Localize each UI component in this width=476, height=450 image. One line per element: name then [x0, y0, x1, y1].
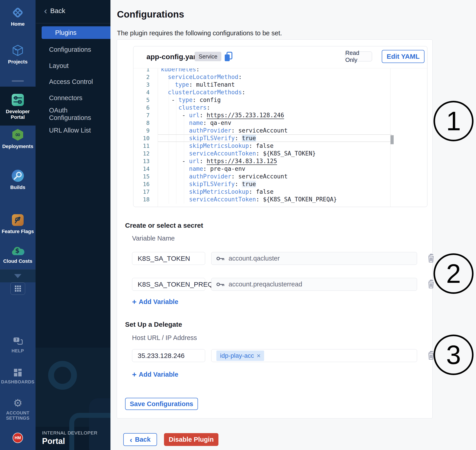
rail-item-cloud-costs[interactable]: $ Cloud Costs — [0, 245, 35, 264]
user-avatar[interactable]: HM — [13, 433, 23, 443]
service-badge: Service — [194, 52, 221, 61]
rail-collapse-strip[interactable] — [0, 269, 35, 282]
rail-item-deployments[interactable]: ∞ Deployments — [0, 128, 35, 149]
host-url-label: Host URL / IP Address — [132, 334, 197, 342]
secret-section-heading: Create or select a secret — [125, 222, 203, 229]
secret-select-field[interactable]: account.qacluster — [211, 252, 417, 265]
delegate-section-heading: Set Up a Delegate — [125, 321, 182, 328]
rail-divider — [12, 80, 24, 82]
annotation-circle-2: 2 — [434, 253, 474, 294]
delegate-tag: idp-play-acc × — [216, 350, 264, 361]
plus-icon: + — [132, 297, 136, 306]
code-line: 4 clusterLocatorMethods: — [133, 89, 427, 96]
remove-tag-icon[interactable]: × — [257, 353, 261, 358]
chevron-left-icon: ‹ — [44, 7, 47, 15]
annotation-circle-3: 3 — [434, 335, 474, 375]
code-line: 5 - type: config — [133, 96, 427, 104]
app-window: ‹ Back Plugins Configurations Layout Acc… — [0, 0, 476, 450]
sidebar-item-access-control[interactable]: Access Control — [35, 75, 111, 88]
yaml-editor-card: 1kubernetes: 2 serviceLocatorMethod: 3 t… — [133, 46, 427, 207]
variable-name-input[interactable]: K8S_SA_TOKEN — [132, 252, 205, 265]
sidebar-item-connectors[interactable]: Connectors — [35, 92, 111, 104]
module-rail: Home Projects Developer Portal ∞ Deploym… — [0, 0, 35, 450]
save-configurations-button[interactable]: Save Configurations — [125, 398, 198, 410]
page-subtitle: The plugin requires the following config… — [117, 30, 282, 37]
apps-grid-icon — [15, 285, 21, 292]
code-line: 8 name: qa-env — [133, 119, 427, 127]
rail-item-dashboards[interactable]: DASHBOARDS — [0, 368, 35, 385]
sidebar-item-layout[interactable]: Layout — [35, 59, 111, 72]
rail-item-builds[interactable]: Builds — [0, 169, 35, 190]
yaml-card-header: app-config.yaml Service Read Only Edit Y… — [133, 46, 427, 68]
copy-icon[interactable] — [223, 51, 233, 64]
portal-ring-decor — [48, 361, 77, 390]
key-icon — [216, 282, 225, 287]
developer-portal-icon — [0, 93, 35, 107]
code-scrollbar-thumb[interactable] — [391, 135, 394, 144]
host-url-input[interactable]: 35.233.128.246 — [132, 349, 205, 362]
home-icon — [0, 6, 35, 19]
code-scrollbar-track — [390, 46, 391, 207]
code-line: 17 skipMetricsLookup: false — [133, 188, 427, 195]
edit-yaml-button[interactable]: Edit YAML — [382, 50, 424, 63]
brand-small-label: INTERNAL DEVELOPER — [42, 430, 97, 436]
svg-text:$: $ — [15, 247, 19, 255]
rail-item-feature-flags[interactable]: Feature Flags — [0, 214, 35, 234]
annotation-circle-1: 1 — [434, 101, 474, 141]
variable-name-label: Variable Name — [132, 235, 175, 242]
cloud-costs-icon: $ — [0, 245, 35, 256]
help-chat-icon: ? — [0, 337, 35, 346]
sidebar-item-oauth-configurations[interactable]: OAuth Configurations — [35, 108, 111, 120]
rail-item-projects[interactable]: Projects — [0, 44, 35, 65]
projects-icon — [0, 44, 35, 57]
dashboards-icon — [0, 368, 35, 377]
chevron-left-icon: ‹ — [130, 436, 132, 443]
delete-variable-button[interactable] — [427, 280, 435, 289]
delete-variable-button[interactable] — [427, 254, 435, 263]
code-line: 11 skipMetricsLookup: false — [133, 142, 427, 150]
code-line-current: 10 skipTLSVerify: true — [133, 134, 427, 142]
code-line: 18 serviceAccountToken: ${K8S_SA_TOKEN_P… — [133, 195, 427, 203]
svg-text:?: ? — [15, 338, 17, 342]
code-line: 12 serviceAccountToken: ${K8S_SA_TOKEN} — [133, 150, 427, 157]
key-icon — [216, 256, 225, 261]
add-variable-link[interactable]: + Add Variable — [132, 297, 178, 306]
plus-icon: + — [132, 370, 136, 379]
delegate-select-field[interactable]: idp-play-acc × — [211, 349, 417, 362]
code-line: 6 clusters: — [133, 104, 427, 111]
disable-plugin-button[interactable]: Disable Plugin — [164, 433, 218, 446]
apps-grid-button[interactable] — [10, 282, 25, 295]
sidebar-item-url-allow-list[interactable]: URL Allow List — [35, 124, 111, 136]
yaml-filename: app-config.yaml — [147, 53, 202, 61]
back-label: Back — [50, 7, 65, 15]
back-button[interactable]: ‹ Back — [123, 433, 157, 446]
variable-name-input[interactable]: K8S_SA_TOKEN_PREQA — [132, 278, 205, 291]
sidebar-item-plugins[interactable]: Plugins — [42, 26, 111, 39]
code-editor: 1kubernetes: 2 serviceLocatorMethod: 3 t… — [133, 65, 427, 203]
rail-item-developer-portal[interactable]: Developer Portal — [0, 93, 35, 120]
code-line: 15 authProvider: serviceAccount — [133, 172, 427, 180]
code-line: 7 - url: https://35.233.128.246 — [133, 111, 427, 119]
sidebar-divider — [36, 23, 111, 24]
rail-item-help[interactable]: ? HELP — [0, 337, 35, 354]
code-line: 2 serviceLocatorMethod: — [133, 73, 427, 81]
deployments-icon: ∞ — [0, 128, 35, 141]
feature-flags-icon — [0, 214, 35, 226]
gear-icon: ⚙ — [0, 398, 35, 408]
add-variable-link[interactable]: + Add Variable — [132, 370, 178, 379]
sidebar-item-configurations[interactable]: Configurations — [35, 43, 111, 56]
chevron-down-icon — [14, 274, 21, 278]
page-title: Configurations — [117, 9, 184, 20]
code-line: 3 type: multiTenant — [133, 81, 427, 89]
secret-select-field[interactable]: account.preqaclusterread — [211, 278, 417, 291]
code-line: 16 skipTLSVerify: true — [133, 180, 427, 188]
code-line: 14 name: pre-qa-env — [133, 165, 427, 172]
portal-brand: INTERNAL DEVELOPER Portal — [42, 430, 97, 446]
rail-item-home[interactable]: Home — [0, 6, 35, 27]
code-line: 13 - url: https://34.83.13.125 — [133, 157, 427, 165]
brand-big-label: Portal — [42, 437, 97, 446]
svg-text:∞: ∞ — [15, 130, 21, 138]
read-only-badge: Read Only — [345, 52, 372, 61]
back-link[interactable]: ‹ Back — [44, 7, 65, 15]
rail-item-account-settings[interactable]: ⚙ ACCOUNT SETTINGS — [0, 398, 35, 421]
